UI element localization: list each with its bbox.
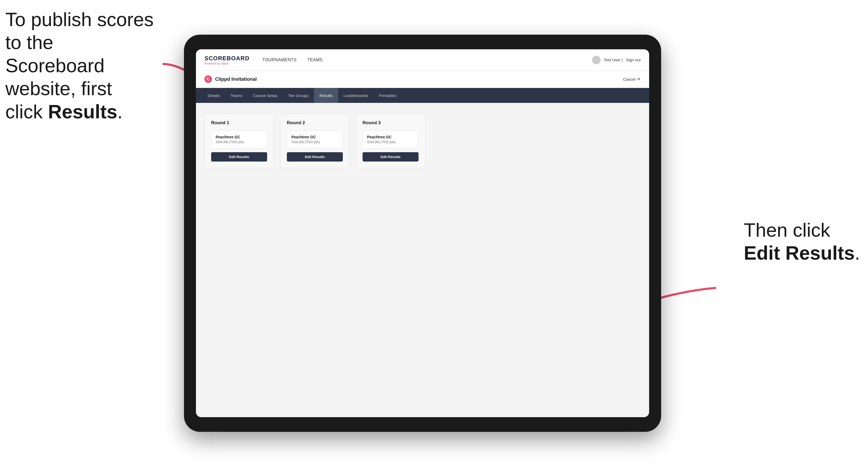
round-1-course-details: Gold (M) (7010 yds) <box>216 140 262 144</box>
round-3-course-card: Peachtree GC Gold (M) (7010 yds) <box>363 130 418 149</box>
cancel-button[interactable]: Cancel ✕ <box>623 77 641 82</box>
nav-tournaments[interactable]: TOURNAMENTS <box>262 58 297 62</box>
instruction-right-end: . <box>855 242 860 263</box>
round-3-title: Round 3 <box>363 120 418 126</box>
instruction-edit-results-bold: Edit Results <box>744 242 855 263</box>
tab-tee-groups[interactable]: Tee Groups <box>283 88 314 103</box>
tournament-icon: C <box>205 75 212 83</box>
cancel-label: Cancel <box>623 77 636 82</box>
tournament-title: C Clippd Invitational <box>205 75 257 83</box>
logo-text: SCOREBOARD <box>205 55 250 62</box>
tab-course-setup[interactable]: Course Setup <box>248 88 283 103</box>
instruction-left: To publish scores to the Scoreboard webs… <box>5 8 155 123</box>
instruction-right: Then click Edit Results. <box>744 219 860 265</box>
round-2-title: Round 2 <box>287 120 343 126</box>
nav-right: Test User | Sign out <box>592 56 641 64</box>
edit-results-button-round-2[interactable]: Edit Results <box>287 152 343 161</box>
logo: SCOREBOARD Powered by clippd <box>205 55 250 65</box>
round-2-card: Round 2 Peachtree GC Gold (M) (7010 yds)… <box>280 114 349 168</box>
tab-teams[interactable]: Teams <box>225 88 248 103</box>
rounds-container: Round 1 Peachtree GC Gold (M) (7010 yds)… <box>205 114 641 168</box>
tablet-screen: SCOREBOARD Powered by clippd TOURNAMENTS… <box>196 49 649 417</box>
cancel-icon: ✕ <box>637 77 641 82</box>
instruction-line1: To publish scores <box>5 9 154 30</box>
instruction-then-click: Then click <box>744 219 830 241</box>
user-name: Test User | <box>604 58 623 62</box>
round-1-card: Round 1 Peachtree GC Gold (M) (7010 yds)… <box>205 114 274 168</box>
round-1-course-name: Peachtree GC <box>216 135 262 139</box>
tab-details[interactable]: Details <box>202 88 225 103</box>
tablet-device: SCOREBOARD Powered by clippd TOURNAMENTS… <box>184 35 661 432</box>
round-1-title: Round 1 <box>211 120 267 126</box>
round-1-course-card: Peachtree GC Gold (M) (7010 yds) <box>211 130 267 149</box>
instruction-line4-end: . <box>117 101 123 122</box>
tab-results[interactable]: Results <box>314 88 338 103</box>
logo-sub: Powered by clippd <box>205 62 250 65</box>
round-3-course-name: Peachtree GC <box>367 135 414 139</box>
round-3-card: Round 3 Peachtree GC Gold (M) (7010 yds)… <box>356 114 425 168</box>
tab-printables[interactable]: Printables <box>373 88 402 103</box>
nav-links: TOURNAMENTS TEAMS <box>262 58 592 62</box>
sub-nav: Details Teams Course Setup Tee Groups Re… <box>196 88 649 103</box>
user-avatar <box>592 56 600 64</box>
tab-leaderboards[interactable]: Leaderboards <box>338 88 373 103</box>
round-2-course-card: Peachtree GC Gold (M) (7010 yds) <box>287 130 343 149</box>
top-nav: SCOREBOARD Powered by clippd TOURNAMENTS… <box>196 49 649 71</box>
edit-results-button-round-3[interactable]: Edit Results <box>363 152 418 161</box>
tournament-header: C Clippd Invitational Cancel ✕ <box>196 71 649 88</box>
instruction-line4-plain: click <box>5 101 48 122</box>
nav-teams[interactable]: TEAMS <box>307 58 323 62</box>
instruction-line2: to the Scoreboard <box>5 32 104 76</box>
instruction-results-bold: Results <box>48 101 117 122</box>
main-content: Round 1 Peachtree GC Gold (M) (7010 yds)… <box>196 103 649 417</box>
tournament-name: Clippd Invitational <box>215 76 257 82</box>
instruction-line3: website, first <box>5 78 112 99</box>
edit-results-button-round-1[interactable]: Edit Results <box>211 152 267 161</box>
round-3-course-details: Gold (M) (7010 yds) <box>367 140 414 144</box>
round-2-course-name: Peachtree GC <box>291 135 338 139</box>
sign-out-link[interactable]: Sign out <box>626 58 641 62</box>
round-2-course-details: Gold (M) (7010 yds) <box>291 140 338 144</box>
